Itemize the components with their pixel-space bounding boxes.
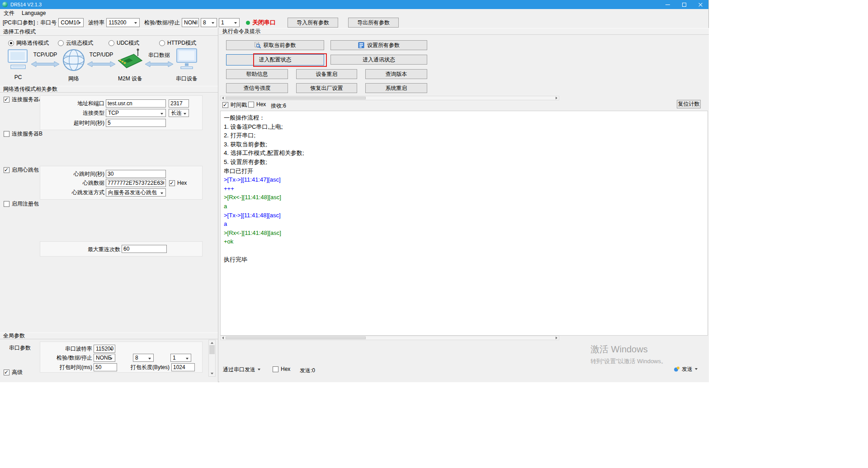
log-output[interactable]: 一般操作流程：1. 设备连PC串口,上电;2. 打开串口;3. 获取当前参数;4… xyxy=(220,111,708,336)
advanced-checkbox[interactable]: 高级 xyxy=(4,369,23,376)
send-button[interactable]: 发送 xyxy=(674,364,698,374)
log-line xyxy=(224,246,704,255)
link3-label: 串口数据 xyxy=(142,51,176,59)
g-stopbits-select[interactable]: 1 xyxy=(170,354,191,362)
import-params-button[interactable]: 导入所有参数 xyxy=(288,18,338,28)
global-section-header: 全局参数 xyxy=(0,332,218,339)
params-section-header: 网络透传模式相关参数 xyxy=(0,86,218,93)
receive-count: 接收:6 xyxy=(271,102,286,110)
packlen-input[interactable] xyxy=(171,363,195,371)
scroll-thumb[interactable] xyxy=(209,345,215,354)
left-panel-scrollbar[interactable] xyxy=(208,340,216,377)
baud-select[interactable]: 115200 xyxy=(106,18,140,27)
maximize-button[interactable] xyxy=(676,0,692,9)
stopbits-select[interactable]: 1 xyxy=(219,18,240,27)
factory-reset-button[interactable]: 恢复出厂设置 xyxy=(296,83,357,93)
checkbox-icon[interactable] xyxy=(248,102,254,108)
device-reboot-button[interactable]: 设备重启 xyxy=(296,69,357,79)
parity-select[interactable]: NONI xyxy=(182,18,199,27)
lower-horizontal-scrollbar[interactable] xyxy=(220,336,559,340)
export-params-button[interactable]: 导出所有参数 xyxy=(348,18,399,28)
menu-file[interactable]: 文件 xyxy=(4,9,14,17)
help-button[interactable]: 帮助信息 xyxy=(226,69,288,79)
baud-label: 波特率 xyxy=(88,19,104,27)
desktop: DR514 V2.1.3 文件 Language [PC串口参数]：串口号 CO… xyxy=(0,0,868,468)
g-baud-select[interactable]: 115200 xyxy=(94,345,115,353)
scroll-left-icon[interactable] xyxy=(222,97,224,99)
mode-radio-cloud[interactable]: 云组态模式 xyxy=(58,39,93,47)
com-port-select[interactable]: COM10 xyxy=(58,18,84,27)
query-version-button[interactable]: 查询版本 xyxy=(365,69,427,79)
network-globe-icon xyxy=(61,48,86,72)
log-hex-checkbox[interactable]: Hex xyxy=(248,101,266,108)
link1-label: TCP/UDP xyxy=(28,51,62,58)
close-button[interactable] xyxy=(692,0,708,9)
server-address-input[interactable] xyxy=(106,99,166,108)
g-parity-label: 检验/数据/停止 xyxy=(41,354,92,362)
get-params-button[interactable]: 获取当前参数 xyxy=(226,40,324,50)
mode-radio-net[interactable]: 网络透传模式 xyxy=(8,39,49,47)
g-parity-select[interactable]: NONE xyxy=(94,354,115,362)
hb-hex-checkbox[interactable]: Hex xyxy=(169,180,187,186)
databits-select[interactable]: 8 xyxy=(201,18,217,27)
server-port-input[interactable] xyxy=(169,99,189,108)
radio-icon[interactable] xyxy=(58,40,64,46)
port-open-indicator xyxy=(246,21,250,25)
enter-comm-button[interactable]: 进入通讯状态 xyxy=(330,55,427,65)
enter-config-button[interactable]: 进入配置状态 xyxy=(226,54,324,66)
set-params-button[interactable]: 设置所有参数 xyxy=(330,40,427,50)
app-icon xyxy=(2,2,8,7)
scroll-down-icon[interactable] xyxy=(211,373,213,374)
checkbox-icon[interactable] xyxy=(4,201,9,207)
send-hex-checkbox[interactable]: Hex xyxy=(273,366,290,372)
log-line: +++ xyxy=(224,184,704,193)
set-params-icon xyxy=(358,42,364,48)
scroll-thumb[interactable] xyxy=(226,97,366,99)
close-port-button[interactable]: 关闭串口 xyxy=(252,19,276,27)
checkbox-icon[interactable] xyxy=(273,366,278,372)
radio-icon[interactable] xyxy=(108,40,114,46)
minimize-button[interactable] xyxy=(660,0,676,9)
send-via-dropdown[interactable]: 通过串口发送 xyxy=(223,365,260,374)
conn-type-select[interactable]: TCP xyxy=(106,109,166,117)
checkbox-icon[interactable] xyxy=(4,97,9,103)
upper-horizontal-scrollbar[interactable] xyxy=(220,96,559,100)
arrow-icon xyxy=(145,61,174,68)
packtime-input[interactable] xyxy=(94,363,117,371)
checkbox-icon[interactable] xyxy=(4,167,9,173)
reconnect-input[interactable] xyxy=(122,245,167,253)
mode-radio-udc[interactable]: UDC模式 xyxy=(108,39,139,47)
timeout-input[interactable] xyxy=(106,119,166,127)
mode-radio-httpd[interactable]: HTTPD模式 xyxy=(159,39,196,47)
menu-language[interactable]: Language xyxy=(22,10,46,16)
query-signal-button[interactable]: 查信号强度 xyxy=(226,83,288,93)
radio-icon[interactable] xyxy=(159,40,165,46)
scroll-right-icon[interactable] xyxy=(556,97,557,99)
hb-time-input[interactable] xyxy=(106,170,166,178)
log-line: 4. 选择工作模式,配置相关参数; xyxy=(224,149,704,158)
scroll-up-icon[interactable] xyxy=(211,342,213,344)
checkbox-icon[interactable] xyxy=(4,131,9,137)
server-a-checkbox[interactable]: 连接服务器A xyxy=(4,96,42,103)
system-reboot-button[interactable]: 系统重启 xyxy=(365,83,427,93)
checkbox-icon[interactable] xyxy=(222,102,228,108)
g-databits-select[interactable]: 8 xyxy=(133,354,154,362)
scroll-left-icon[interactable] xyxy=(222,337,224,339)
register-checkbox[interactable]: 启用注册包 xyxy=(4,200,39,208)
hb-data-input[interactable] xyxy=(106,179,166,187)
hb-mode-select[interactable]: 向服务器发送心跳包 xyxy=(106,188,166,197)
timestamp-checkbox[interactable]: 时间戳 xyxy=(222,101,247,109)
scroll-thumb[interactable] xyxy=(226,337,366,339)
server-b-checkbox[interactable]: 连接服务器B xyxy=(4,130,42,138)
radio-icon[interactable] xyxy=(8,40,14,46)
checkbox-icon[interactable] xyxy=(4,370,9,375)
checkbox-icon[interactable] xyxy=(169,180,175,186)
heartbeat-checkbox[interactable]: 启用心跳包 xyxy=(4,166,39,174)
conn-type-label: 连接类型 xyxy=(41,109,104,117)
keepalive-select[interactable]: 长连 xyxy=(169,109,189,117)
server-a-fieldbox: 地址和端口 连接类型 TCP 长连 超时时间(秒) xyxy=(40,95,203,130)
log-line: a xyxy=(224,202,704,211)
pc-icon xyxy=(6,49,30,70)
reset-count-button[interactable]: 复位计数 xyxy=(677,100,701,108)
scroll-right-icon[interactable] xyxy=(556,337,557,339)
